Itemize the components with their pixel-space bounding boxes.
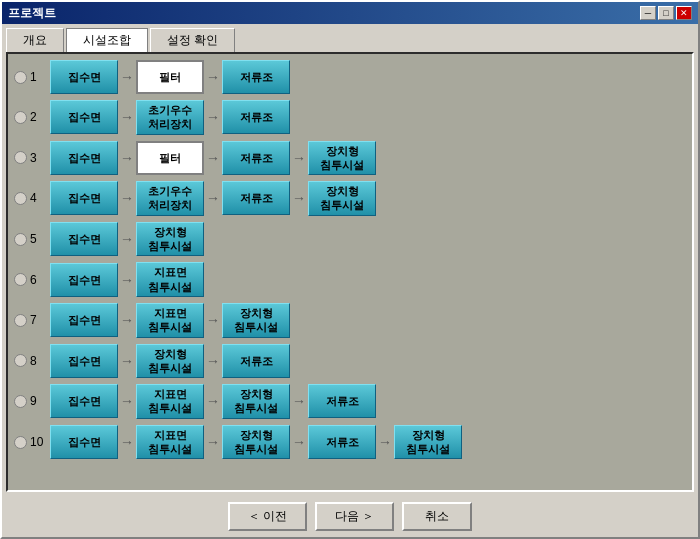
arrow-icon: → <box>292 190 306 206</box>
row-number-6: 6 <box>30 273 37 287</box>
row-number-3: 3 <box>30 151 37 165</box>
arrow-icon: → <box>120 190 134 206</box>
table-row: 8집수면→장치형 침투시설→저류조 <box>14 344 686 379</box>
radio-10[interactable] <box>14 436 27 449</box>
radio-3[interactable] <box>14 151 27 164</box>
node-8-3[interactable]: 저류조 <box>308 384 376 418</box>
node-4-1[interactable]: 장치형 침투시설 <box>136 222 204 257</box>
arrow-icon: → <box>120 393 134 409</box>
radio-2[interactable] <box>14 111 27 124</box>
node-9-0[interactable]: 집수면 <box>50 425 118 459</box>
radio-5[interactable] <box>14 233 27 246</box>
table-row: 2집수면→초기우수 처리장치→저류조 <box>14 100 686 135</box>
node-1-0[interactable]: 집수면 <box>50 100 118 134</box>
window-title: 프로젝트 <box>8 5 56 22</box>
close-button[interactable]: ✕ <box>676 6 692 20</box>
content-area: 1집수면→필터→저류조2집수면→초기우수 처리장치→저류조3집수면→필터→저류조… <box>6 52 694 492</box>
node-3-1[interactable]: 초기우수 처리장치 <box>136 181 204 216</box>
arrow-icon: → <box>206 353 220 369</box>
node-4-0[interactable]: 집수면 <box>50 222 118 256</box>
node-7-1[interactable]: 장치형 침투시설 <box>136 344 204 379</box>
node-2-3[interactable]: 장치형 침투시설 <box>308 141 376 176</box>
node-3-3[interactable]: 장치형 침투시설 <box>308 181 376 216</box>
node-8-0[interactable]: 집수면 <box>50 384 118 418</box>
arrow-icon: → <box>206 69 220 85</box>
node-8-1[interactable]: 지표면 침투시설 <box>136 384 204 419</box>
cancel-button[interactable]: 취소 <box>402 502 472 531</box>
row-number-10: 10 <box>30 435 43 449</box>
title-bar-buttons: ─ □ ✕ <box>640 6 692 20</box>
node-6-0[interactable]: 집수면 <box>50 303 118 337</box>
arrow-icon: → <box>378 434 392 450</box>
arrow-icon: → <box>206 190 220 206</box>
node-1-1[interactable]: 초기우수 처리장치 <box>136 100 204 135</box>
radio-7[interactable] <box>14 314 27 327</box>
node-0-1[interactable]: 필터 <box>136 60 204 94</box>
node-2-1[interactable]: 필터 <box>136 141 204 175</box>
radio-6[interactable] <box>14 273 27 286</box>
node-8-2[interactable]: 장치형 침투시설 <box>222 384 290 419</box>
tab-facility-combination[interactable]: 시설조합 <box>66 28 148 52</box>
arrow-icon: → <box>292 393 306 409</box>
node-3-0[interactable]: 집수면 <box>50 181 118 215</box>
row-number-4: 4 <box>30 191 37 205</box>
radio-9[interactable] <box>14 395 27 408</box>
arrow-icon: → <box>206 150 220 166</box>
node-9-3[interactable]: 저류조 <box>308 425 376 459</box>
node-1-2[interactable]: 저류조 <box>222 100 290 134</box>
arrow-icon: → <box>120 434 134 450</box>
node-2-2[interactable]: 저류조 <box>222 141 290 175</box>
node-2-0[interactable]: 집수면 <box>50 141 118 175</box>
radio-4[interactable] <box>14 192 27 205</box>
node-7-0[interactable]: 집수면 <box>50 344 118 378</box>
tab-bar: 개요 시설조합 설정 확인 <box>2 24 698 52</box>
next-button[interactable]: 다음 ＞ <box>315 502 394 531</box>
table-row: 6집수면→지표면 침투시설 <box>14 262 686 297</box>
main-window: 프로젝트 ─ □ ✕ 개요 시설조합 설정 확인 1집수면→필터→저류조2집수면… <box>0 0 700 539</box>
node-9-2[interactable]: 장치형 침투시설 <box>222 425 290 460</box>
arrow-icon: → <box>206 434 220 450</box>
arrow-icon: → <box>120 312 134 328</box>
row-number-2: 2 <box>30 110 37 124</box>
table-row: 10집수면→지표면 침투시설→장치형 침투시설→저류조→장치형 침투시설 <box>14 425 686 460</box>
radio-8[interactable] <box>14 354 27 367</box>
maximize-button[interactable]: □ <box>658 6 674 20</box>
arrow-icon: → <box>120 353 134 369</box>
arrow-icon: → <box>120 231 134 247</box>
minimize-button[interactable]: ─ <box>640 6 656 20</box>
scroll-area[interactable]: 1집수면→필터→저류조2집수면→초기우수 처리장치→저류조3집수면→필터→저류조… <box>8 54 692 490</box>
table-row: 4집수면→초기우수 처리장치→저류조→장치형 침투시설 <box>14 181 686 216</box>
prev-button[interactable]: ＜ 이전 <box>228 502 307 531</box>
arrow-icon: → <box>292 150 306 166</box>
radio-1[interactable] <box>14 71 27 84</box>
node-9-4[interactable]: 장치형 침투시설 <box>394 425 462 460</box>
tab-settings-confirm[interactable]: 설정 확인 <box>150 28 235 52</box>
row-number-7: 7 <box>30 313 37 327</box>
node-6-2[interactable]: 장치형 침투시설 <box>222 303 290 338</box>
arrow-icon: → <box>206 393 220 409</box>
node-7-2[interactable]: 저류조 <box>222 344 290 378</box>
arrow-icon: → <box>120 69 134 85</box>
node-5-0[interactable]: 집수면 <box>50 263 118 297</box>
arrow-icon: → <box>120 150 134 166</box>
node-9-1[interactable]: 지표면 침투시설 <box>136 425 204 460</box>
arrow-icon: → <box>120 109 134 125</box>
arrow-icon: → <box>120 272 134 288</box>
table-row: 1집수면→필터→저류조 <box>14 60 686 94</box>
row-number-8: 8 <box>30 354 37 368</box>
table-row: 5집수면→장치형 침투시설 <box>14 222 686 257</box>
node-0-2[interactable]: 저류조 <box>222 60 290 94</box>
row-number-5: 5 <box>30 232 37 246</box>
tab-overview[interactable]: 개요 <box>6 28 64 52</box>
table-row: 3집수면→필터→저류조→장치형 침투시설 <box>14 141 686 176</box>
node-3-2[interactable]: 저류조 <box>222 181 290 215</box>
arrow-icon: → <box>292 434 306 450</box>
table-row: 7집수면→지표면 침투시설→장치형 침투시설 <box>14 303 686 338</box>
node-6-1[interactable]: 지표면 침투시설 <box>136 303 204 338</box>
row-number-9: 9 <box>30 394 37 408</box>
row-number-1: 1 <box>30 70 37 84</box>
arrow-icon: → <box>206 109 220 125</box>
node-0-0[interactable]: 집수면 <box>50 60 118 94</box>
node-5-1[interactable]: 지표면 침투시설 <box>136 262 204 297</box>
footer: ＜ 이전 다음 ＞ 취소 <box>2 496 698 537</box>
